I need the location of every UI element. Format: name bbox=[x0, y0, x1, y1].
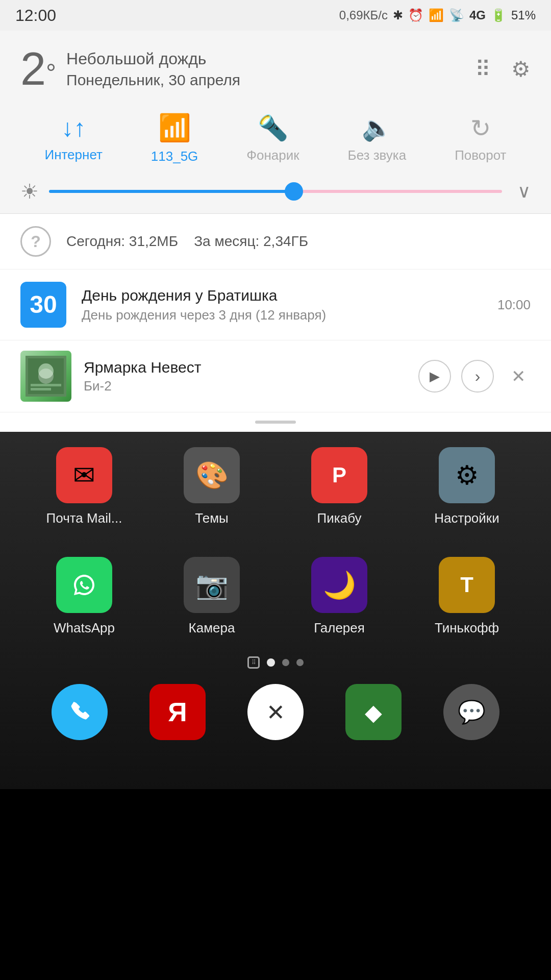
quick-toggles: ↓↑ Интернет 📶 113_5G 🔦 Фонарик 🔈 Без зву… bbox=[0, 102, 551, 175]
app-themes[interactable]: 🎨 Темы bbox=[166, 447, 258, 526]
wifi-icon: 📶 bbox=[429, 8, 444, 22]
weather-info: Небольшой дождь Понедельник, 30 апреля bbox=[66, 50, 240, 89]
calendar-date-number: 30 bbox=[30, 292, 57, 317]
svg-rect-3 bbox=[31, 384, 61, 386]
internet-label: Интернет bbox=[44, 147, 102, 163]
toggle-wifi[interactable]: 📶 113_5G bbox=[151, 112, 198, 164]
settings-app-icon: ⚙ bbox=[439, 447, 495, 503]
toggle-rotation[interactable]: ↻ Поворот bbox=[455, 114, 506, 163]
brightness-row: ☀ ∨ bbox=[0, 175, 551, 214]
music-info: Ярмарка Невест Би-2 bbox=[84, 359, 406, 394]
dock-greenmoney[interactable]: ◆ bbox=[345, 684, 402, 740]
page-dots bbox=[0, 651, 551, 674]
brightness-track bbox=[49, 190, 502, 193]
mail-icon: ✉ bbox=[56, 447, 112, 503]
app-settings[interactable]: ⚙ Настройки bbox=[421, 447, 513, 526]
music-close-button[interactable]: ✕ bbox=[506, 361, 531, 391]
bluetooth-icon: ✱ bbox=[393, 8, 403, 22]
silent-label: Без звука bbox=[348, 148, 407, 163]
app-camera[interactable]: 📷 Камера bbox=[166, 557, 258, 636]
expand-icon[interactable]: ∨ bbox=[517, 181, 531, 202]
music-controls: ▶ › bbox=[418, 360, 494, 393]
album-art bbox=[20, 351, 71, 402]
signal-icon: 📡 bbox=[449, 8, 464, 22]
dock-phone[interactable] bbox=[52, 684, 108, 740]
svg-point-2 bbox=[38, 363, 54, 379]
weather-left: 2° Небольшой дождь Понедельник, 30 апрел… bbox=[20, 46, 240, 92]
alarm-icon: ⏰ bbox=[408, 8, 423, 22]
flashlight-icon: 🔦 bbox=[258, 114, 288, 142]
music-play-button[interactable]: ▶ bbox=[418, 360, 451, 393]
app-mail[interactable]: ✉ Почта Mail... bbox=[38, 447, 130, 526]
calendar-subtitle: День рождения через 3 дня (12 января) bbox=[82, 307, 482, 323]
music-track-title: Ярмарка Невест bbox=[84, 359, 406, 376]
weather-temperature: 2° bbox=[20, 46, 56, 92]
brightness-thumb[interactable] bbox=[285, 182, 303, 201]
drag-handle[interactable] bbox=[0, 412, 551, 432]
app-gallery[interactable]: 🌙 Галерея bbox=[293, 557, 385, 636]
grid-icon[interactable]: ⠿ bbox=[475, 57, 491, 82]
dock-close-button[interactable]: ✕ bbox=[247, 684, 304, 740]
calendar-content: День рождения у Братишка День рождения ч… bbox=[82, 287, 482, 323]
themes-label: Темы bbox=[195, 510, 228, 526]
silent-icon: 🔈 bbox=[362, 114, 392, 142]
tinkoff-label: Тинькофф bbox=[435, 620, 499, 636]
calendar-time: 10:00 bbox=[497, 297, 531, 313]
toggle-internet[interactable]: ↓↑ Интернет bbox=[44, 114, 102, 163]
status-bar: 12:00 0,69КБ/с ✱ ⏰ 📶 📡 4G 🔋 51% bbox=[0, 0, 551, 31]
weather-actions: ⠿ ⚙ bbox=[475, 57, 531, 82]
calendar-title: День рождения у Братишка bbox=[82, 287, 482, 304]
battery-level: 51% bbox=[511, 8, 536, 22]
album-art-inner bbox=[20, 351, 71, 402]
whatsapp-label: WhatsApp bbox=[54, 620, 115, 636]
dock-yandex[interactable]: Я bbox=[149, 684, 206, 740]
themes-icon: 🎨 bbox=[184, 447, 240, 503]
app-whatsapp[interactable]: WhatsApp bbox=[38, 557, 130, 636]
page-dot-2[interactable] bbox=[282, 659, 289, 666]
settings-icon[interactable]: ⚙ bbox=[511, 57, 531, 82]
page-dot-3[interactable] bbox=[296, 659, 304, 666]
app-pikabu[interactable]: P Пикабу bbox=[293, 447, 385, 526]
album-art-svg bbox=[26, 356, 66, 397]
data-usage-row: ? Сегодня: 31,2МБ За месяц: 2,34ГБ bbox=[0, 214, 551, 270]
app-row-2: WhatsApp 📷 Камера 🌙 Галерея T Тинькофф bbox=[0, 542, 551, 651]
home-screen: ✉ Почта Mail... 🎨 Темы P Пикабу ⚙ Настро… bbox=[0, 432, 551, 789]
tinkoff-icon: T bbox=[439, 557, 495, 613]
status-time: 12:00 bbox=[15, 6, 56, 25]
dock-chat[interactable]: 💬 bbox=[443, 684, 499, 740]
calendar-notification[interactable]: 30 День рождения у Братишка День рождени… bbox=[0, 270, 551, 340]
page-dot-1[interactable] bbox=[267, 658, 275, 667]
internet-icon: ↓↑ bbox=[61, 114, 86, 142]
gallery-icon: 🌙 bbox=[311, 557, 367, 613]
status-icons: 0,69КБ/с ✱ ⏰ 📶 📡 4G 🔋 51% bbox=[339, 8, 536, 22]
pikabu-label: Пикабу bbox=[317, 510, 362, 526]
calendar-icon: 30 bbox=[20, 282, 66, 328]
music-artist-name: Би-2 bbox=[84, 378, 406, 394]
drag-handle-bar bbox=[255, 421, 296, 424]
data-usage-today: Сегодня: 31,2МБ За месяц: 2,34ГБ bbox=[66, 233, 308, 250]
wifi-label: 113_5G bbox=[151, 149, 198, 164]
music-next-button[interactable]: › bbox=[461, 360, 494, 393]
notification-panel: 2° Небольшой дождь Понедельник, 30 апрел… bbox=[0, 31, 551, 432]
brightness-icon: ☀ bbox=[20, 180, 39, 203]
mail-label: Почта Mail... bbox=[46, 510, 122, 526]
network-type: 4G bbox=[469, 8, 486, 22]
music-notification: Ярмарка Невест Би-2 ▶ › ✕ bbox=[0, 340, 551, 412]
whatsapp-icon bbox=[56, 557, 112, 613]
app-row-1: ✉ Почта Mail... 🎨 Темы P Пикабу ⚙ Настро… bbox=[0, 432, 551, 542]
pikabu-icon: P bbox=[311, 447, 367, 503]
camera-label: Камера bbox=[189, 620, 235, 636]
brightness-slider[interactable] bbox=[49, 190, 502, 193]
weather-row: 2° Небольшой дождь Понедельник, 30 апрел… bbox=[0, 31, 551, 102]
battery-icon: 🔋 bbox=[491, 8, 506, 22]
toggle-silent[interactable]: 🔈 Без звука bbox=[348, 114, 407, 163]
app-tinkoff[interactable]: T Тинькофф bbox=[421, 557, 513, 636]
settings-label: Настройки bbox=[434, 510, 499, 526]
weather-date: Понедельник, 30 апреля bbox=[66, 71, 240, 89]
rotation-label: Поворот bbox=[455, 148, 506, 163]
page-dot-apps[interactable] bbox=[247, 656, 260, 669]
flashlight-label: Фонарик bbox=[246, 148, 299, 163]
rotation-icon: ↻ bbox=[470, 114, 491, 142]
wifi-toggle-icon: 📶 bbox=[158, 113, 191, 142]
toggle-flashlight[interactable]: 🔦 Фонарик bbox=[246, 114, 299, 163]
